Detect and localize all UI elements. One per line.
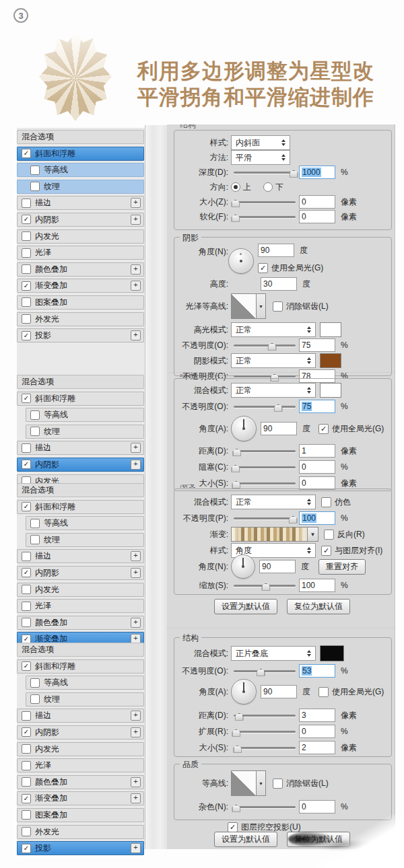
style-enable-checkbox[interactable]	[22, 618, 31, 627]
add-effect-plus-icon[interactable]: +	[131, 793, 141, 803]
distance-slider[interactable]	[234, 450, 296, 452]
spread-slider[interactable]	[234, 731, 296, 733]
angle-input[interactable]: 90	[258, 244, 294, 257]
soften-slider[interactable]	[234, 216, 296, 218]
set-default-button[interactable]: 设置为默认值	[214, 599, 277, 614]
size-input[interactable]: 2	[299, 741, 335, 754]
highlight-color-swatch[interactable]	[320, 322, 341, 337]
angle-input[interactable]: 90	[261, 422, 297, 435]
anti-alias-checkbox[interactable]	[273, 779, 283, 789]
add-effect-plus-icon[interactable]: +	[131, 777, 141, 787]
style-row[interactable]: 外发光	[17, 312, 144, 326]
contour-dropdown-arrow-icon[interactable]: ▼	[257, 293, 266, 319]
style-row[interactable]: 描边+	[17, 709, 144, 723]
slider-thumb[interactable]	[290, 170, 298, 178]
use-global-light-checkbox[interactable]	[318, 687, 329, 697]
style-enable-checkbox[interactable]	[22, 827, 31, 836]
style-row[interactable]: 内发光	[17, 583, 144, 597]
size-slider[interactable]	[234, 747, 296, 749]
depth-slider[interactable]	[234, 172, 296, 174]
style-enable-checkbox[interactable]	[30, 166, 40, 175]
style-enable-checkbox[interactable]	[22, 761, 31, 770]
style-enable-checkbox[interactable]	[30, 427, 40, 436]
drop-shadow-color-swatch[interactable]	[320, 645, 344, 661]
slider-thumb[interactable]	[274, 404, 283, 412]
distance-input[interactable]: 1	[299, 444, 335, 458]
add-effect-plus-icon[interactable]: +	[131, 727, 141, 737]
slider-thumb[interactable]	[232, 449, 241, 456]
style-enable-checkbox[interactable]	[22, 314, 31, 324]
style-row[interactable]: 描边+	[17, 441, 144, 455]
dither-checkbox[interactable]	[321, 497, 331, 507]
style-enable-checkbox[interactable]	[22, 149, 31, 158]
style-row[interactable]: 外发光	[17, 825, 144, 839]
style-enable-checkbox[interactable]	[30, 519, 40, 528]
anti-alias-checkbox[interactable]	[273, 301, 283, 312]
add-effect-plus-icon[interactable]: +	[131, 568, 141, 578]
style-row[interactable]: 等高线	[17, 163, 144, 177]
style-row[interactable]: 纹理	[26, 692, 144, 707]
size-input[interactable]: 0	[299, 195, 335, 209]
slider-thumb[interactable]	[232, 729, 240, 737]
slider-thumb[interactable]	[232, 481, 240, 489]
choke-input[interactable]: 0	[299, 460, 335, 474]
style-enable-checkbox[interactable]	[22, 502, 31, 511]
use-global-light-checkbox[interactable]	[318, 424, 329, 434]
angle-dial[interactable]	[231, 416, 257, 441]
style-row[interactable]: 内阴影+	[17, 458, 144, 472]
add-effect-plus-icon[interactable]: +	[131, 843, 141, 853]
shadow-color-swatch[interactable]	[320, 353, 341, 368]
add-effect-plus-icon[interactable]: +	[131, 198, 141, 208]
style-enable-checkbox[interactable]	[22, 460, 31, 469]
style-row[interactable]: 纹理	[17, 180, 144, 194]
blend-mode-select[interactable]: 正常	[231, 495, 316, 509]
slider-thumb[interactable]	[261, 583, 270, 591]
reset-default-button[interactable]: 复位为默认值	[287, 599, 350, 614]
contour-dropdown-arrow-icon[interactable]: ▼	[257, 770, 266, 796]
contour-thumbnail[interactable]	[231, 770, 257, 796]
style-row[interactable]: 渐变叠加+	[17, 791, 144, 805]
style-row[interactable]: 内阴影+	[17, 725, 144, 739]
style-enable-checkbox[interactable]	[22, 394, 31, 403]
opacity-input[interactable]: 53	[299, 664, 335, 678]
style-enable-checkbox[interactable]	[22, 661, 31, 671]
slider-thumb[interactable]	[257, 669, 265, 676]
style-row[interactable]: 斜面和浮雕	[17, 147, 144, 161]
use-global-light-checkbox[interactable]	[258, 263, 268, 273]
highlight-mode-select[interactable]: 正常	[231, 322, 316, 337]
style-row[interactable]: 等高线	[26, 408, 144, 422]
angle-altitude-dial[interactable]	[228, 248, 254, 274]
spread-input[interactable]: 0	[299, 725, 335, 738]
style-row[interactable]: 光泽	[17, 599, 144, 613]
style-row[interactable]: 斜面和浮雕	[17, 500, 144, 514]
add-effect-plus-icon[interactable]: +	[131, 330, 141, 340]
gloss-contour-thumbnail[interactable]	[231, 293, 257, 319]
noise-slider[interactable]	[234, 806, 296, 808]
style-row[interactable]: 光泽	[17, 758, 144, 772]
add-effect-plus-icon[interactable]: +	[131, 264, 141, 275]
slider-thumb[interactable]	[289, 516, 298, 523]
gradient-preview[interactable]	[231, 527, 308, 542]
style-enable-checkbox[interactable]	[30, 182, 40, 191]
style-row[interactable]: 投影+	[17, 328, 144, 342]
style-row[interactable]: 内发光	[17, 742, 144, 756]
style-enable-checkbox[interactable]	[22, 744, 31, 754]
style-row[interactable]: 内阴影+	[17, 213, 144, 227]
altitude-input[interactable]: 30	[261, 277, 297, 291]
reverse-checkbox[interactable]	[324, 530, 334, 540]
size-slider[interactable]	[234, 482, 296, 484]
distance-input[interactable]: 3	[299, 709, 335, 722]
style-row[interactable]: 图案叠加	[17, 808, 144, 822]
scale-slider[interactable]	[234, 585, 296, 587]
add-effect-plus-icon[interactable]: +	[131, 281, 141, 291]
angle-input[interactable]: 90	[259, 560, 296, 573]
shadow-mode-select[interactable]: 正常	[231, 353, 316, 368]
highlight-opacity-slider[interactable]	[234, 345, 296, 347]
slider-thumb[interactable]	[233, 746, 242, 753]
highlight-opacity-input[interactable]: 75	[299, 338, 335, 352]
style-enable-checkbox[interactable]	[22, 585, 31, 594]
size-input[interactable]: 0	[299, 476, 335, 490]
angle-input[interactable]: 90	[261, 685, 297, 698]
style-row[interactable]: 描边+	[17, 196, 144, 210]
angle-dial[interactable]	[231, 679, 257, 704]
